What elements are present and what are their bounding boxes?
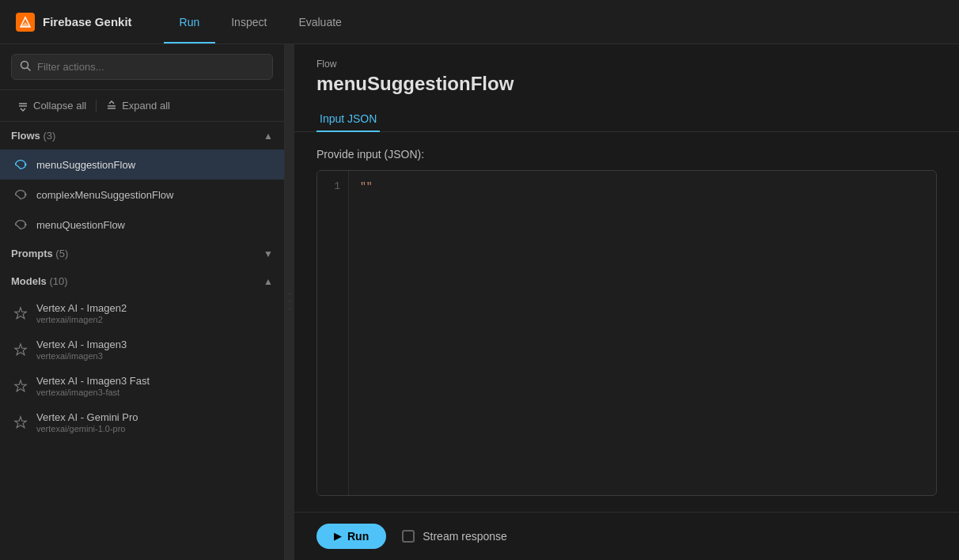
run-button-label: Run <box>347 530 369 543</box>
svg-marker-11 <box>15 308 26 319</box>
model-label-1: Vertex AI - Imagen2 <box>36 302 127 314</box>
model-icon-4 <box>13 414 28 430</box>
flow-header: Flow menuSuggestionFlow Input JSON <box>294 44 959 132</box>
stream-response-label: Stream response <box>423 530 507 543</box>
tab-bar: Input JSON <box>317 106 937 131</box>
flow-icon-2 <box>13 187 28 202</box>
expand-all-button[interactable]: Expand all <box>100 96 176 115</box>
models-section-title: Models (10) <box>11 275 68 287</box>
collapse-expand-row: Collapse all Expand all <box>0 90 284 122</box>
search-bar <box>0 44 284 90</box>
tab-run[interactable]: Run <box>164 0 216 44</box>
svg-marker-13 <box>15 380 26 392</box>
collapse-all-button[interactable]: Collapse all <box>11 96 93 115</box>
svg-line-3 <box>28 68 31 71</box>
play-icon: ▶ <box>334 531 341 542</box>
model-sub-1: vertexai/imagen2 <box>36 315 127 324</box>
svg-marker-14 <box>15 417 26 428</box>
flow-label: Flow <box>317 59 937 70</box>
flow-item-label-3: menuQuestionFlow <box>36 219 125 231</box>
model-icon-2 <box>13 342 28 358</box>
json-content[interactable]: "" <box>349 171 936 495</box>
sidebar-item-menuSuggestionFlow[interactable]: menuSuggestionFlow <box>0 149 284 180</box>
logo-area: Firebase Genkit <box>16 13 132 32</box>
input-label: Provide input (JSON): <box>317 148 937 161</box>
prompts-chevron-icon: ▼ <box>263 248 273 259</box>
model-text-4: Vertex AI - Gemini Pro vertexai/gemini-1… <box>36 411 138 433</box>
model-text-3: Vertex AI - Imagen3 Fast vertexai/imagen… <box>36 375 150 397</box>
stream-response-checkbox[interactable] <box>402 530 415 543</box>
run-button[interactable]: ▶ Run <box>317 524 386 549</box>
resize-handle[interactable]: · · · <box>285 44 294 560</box>
search-icon <box>20 60 31 74</box>
svg-point-9 <box>25 194 27 196</box>
content-area: Provide input (JSON): 1 "" <box>294 132 959 512</box>
model-label-4: Vertex AI - Gemini Pro <box>36 411 138 423</box>
search-input-wrapper <box>11 54 273 80</box>
app-logo-icon <box>16 13 35 32</box>
sidebar-item-vertex-gemini-pro[interactable]: Vertex AI - Gemini Pro vertexai/gemini-1… <box>0 404 284 441</box>
json-editor[interactable]: 1 "" <box>317 170 937 496</box>
models-section-header[interactable]: Models (10) ▲ <box>0 267 284 295</box>
flow-title: menuSuggestionFlow <box>317 73 937 95</box>
model-sub-3: vertexai/imagen3-fast <box>36 388 150 397</box>
tab-evaluate[interactable]: Evaluate <box>282 0 357 44</box>
topbar: Firebase Genkit Run Inspect Evaluate <box>0 0 959 44</box>
flow-icon-3 <box>13 217 28 233</box>
collapse-all-label: Collapse all <box>33 100 86 112</box>
flow-item-label-1: menuSuggestionFlow <box>36 159 135 171</box>
tab-inspect[interactable]: Inspect <box>215 0 282 44</box>
app-name: Firebase Genkit <box>43 15 132 28</box>
prompts-section-title: Prompts (5) <box>11 248 68 259</box>
bottom-bar: ▶ Run Stream response <box>294 512 959 560</box>
model-text-1: Vertex AI - Imagen2 vertexai/imagen2 <box>36 302 127 324</box>
models-chevron-icon: ▲ <box>263 276 273 287</box>
svg-point-10 <box>25 224 27 226</box>
sidebar-item-vertex-imagen3[interactable]: Vertex AI - Imagen3 vertexai/imagen3 <box>0 331 284 368</box>
model-icon-3 <box>13 378 28 394</box>
model-sub-2: vertexai/imagen3 <box>36 351 127 361</box>
model-icon-1 <box>13 305 28 321</box>
nav-tabs: Run Inspect Evaluate <box>164 0 358 44</box>
flow-icon-1 <box>13 157 28 172</box>
flows-chevron-icon: ▲ <box>263 131 273 142</box>
model-text-2: Vertex AI - Imagen3 vertexai/imagen3 <box>36 339 127 361</box>
svg-marker-12 <box>15 344 26 355</box>
prompts-section-header[interactable]: Prompts (5) ▼ <box>0 240 284 267</box>
sidebar-item-complexMenuSuggestionFlow[interactable]: complexMenuSuggestionFlow <box>0 180 284 210</box>
model-label-2: Vertex AI - Imagen3 <box>36 339 127 350</box>
stream-response-group: Stream response <box>402 530 507 543</box>
sidebar-item-vertex-imagen3-fast[interactable]: Vertex AI - Imagen3 Fast vertexai/imagen… <box>0 368 284 404</box>
svg-point-8 <box>25 164 27 166</box>
line-numbers: 1 <box>317 171 349 495</box>
expand-all-label: Expand all <box>122 100 170 112</box>
flows-section-header[interactable]: Flows (3) ▲ <box>0 122 284 149</box>
main-content: Collapse all Expand all Flows (3) ▲ <box>0 44 959 560</box>
tab-input-json[interactable]: Input JSON <box>317 106 380 131</box>
resize-dots-icon: · · · <box>286 293 294 312</box>
flow-item-label-2: complexMenuSuggestionFlow <box>36 189 173 201</box>
flows-section-title: Flows (3) <box>11 130 55 142</box>
sidebar: Collapse all Expand all Flows (3) ▲ <box>0 44 285 560</box>
right-panel: Flow menuSuggestionFlow Input JSON Provi… <box>294 44 959 560</box>
search-input[interactable] <box>37 61 264 73</box>
sidebar-item-vertex-imagen2[interactable]: Vertex AI - Imagen2 vertexai/imagen2 <box>0 295 284 331</box>
model-sub-4: vertexai/gemini-1.0-pro <box>36 424 138 433</box>
model-label-3: Vertex AI - Imagen3 Fast <box>36 375 150 387</box>
divider <box>96 100 97 112</box>
sidebar-item-menuQuestionFlow[interactable]: menuQuestionFlow <box>0 210 284 240</box>
